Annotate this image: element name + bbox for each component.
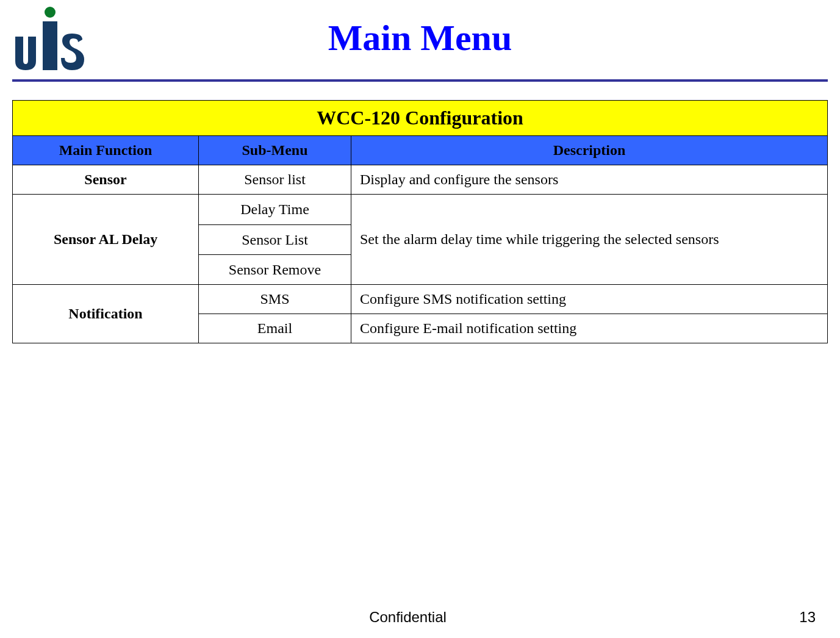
slide-header: Main Menu	[12, 3, 828, 79]
sub-menu-cell: Sensor list	[199, 165, 351, 195]
description-cell: Set the alarm delay time while triggerin…	[351, 195, 828, 285]
main-function-cell: Sensor	[13, 165, 199, 195]
footer-confidential: Confidential	[272, 609, 544, 626]
sub-menu-cell: Delay Time	[199, 195, 351, 224]
table-row: Notification SMS Configure SMS notificat…	[13, 285, 828, 314]
svg-rect-1	[43, 21, 57, 70]
description-cell: Display and configure the sensors	[351, 165, 828, 195]
sub-menu-cell: Sensor List	[199, 224, 351, 254]
svg-point-0	[45, 7, 56, 18]
main-function-cell: Sensor AL Delay	[13, 195, 199, 285]
sub-menu-cell: Sensor Remove	[199, 254, 351, 284]
table-row: Sensor Sensor list Display and configure…	[13, 165, 828, 195]
uis-logo-icon	[12, 3, 85, 73]
logo	[12, 3, 85, 73]
table-header-row: Main Function Sub-Menu Description	[13, 136, 828, 165]
table-title: WCC-120 Configuration	[13, 101, 828, 136]
header-main-function: Main Function	[13, 136, 199, 165]
header-sub-menu: Sub-Menu	[199, 136, 351, 165]
table-title-row: WCC-120 Configuration	[13, 101, 828, 136]
header-description: Description	[351, 136, 828, 165]
description-cell: Configure SMS notification setting	[351, 285, 828, 314]
sub-menu-cell: SMS	[199, 285, 351, 314]
main-function-cell: Notification	[13, 285, 199, 343]
description-cell: Configure E-mail notification setting	[351, 314, 828, 343]
header-divider	[12, 79, 828, 82]
slide-footer: Confidential 13	[0, 609, 840, 626]
page-title: Main Menu	[85, 17, 755, 59]
sub-menu-group: Delay Time Sensor List Sensor Remove	[199, 195, 351, 285]
sub-menu-cell: Email	[199, 314, 351, 343]
table-row: Sensor AL Delay Delay Time Sensor List S…	[13, 195, 828, 285]
config-table: WCC-120 Configuration Main Function Sub-…	[12, 100, 828, 343]
footer-page-number: 13	[544, 609, 840, 626]
